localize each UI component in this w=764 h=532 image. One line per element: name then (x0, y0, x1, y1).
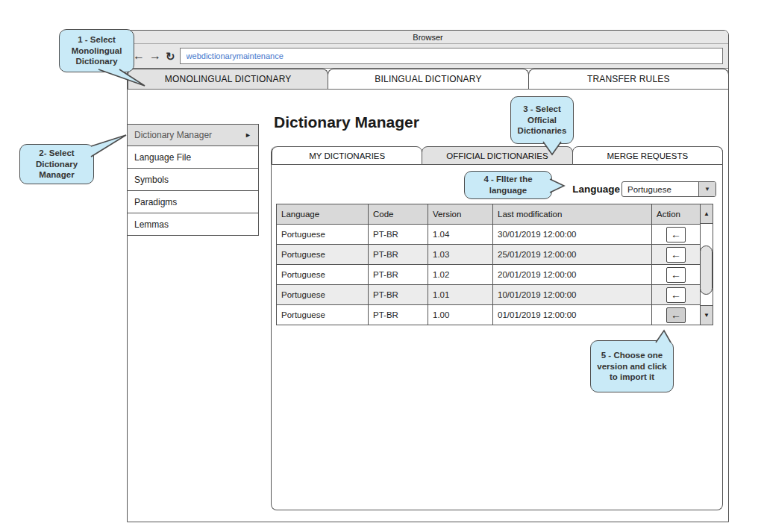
cell-last-modification: 10/01/2019 12:00:00 (493, 285, 652, 305)
sidebar-item-language-file[interactable]: Language File (127, 146, 259, 169)
cell-action: ← (652, 265, 701, 285)
cell-language: Portuguese (277, 245, 369, 265)
cell-version: 1.04 (428, 225, 493, 245)
sidebar-item-paradigms[interactable]: Paradigms (127, 191, 259, 213)
table-row: Portuguese PT-BR 1.04 30/01/2019 12:00:0… (277, 225, 701, 245)
callout-4-filter-language: 4 - FIlter the language (464, 171, 552, 199)
cell-code: PT-BR (369, 285, 428, 305)
table-row: Portuguese PT-BR 1.00 01/01/2019 12:00:0… (277, 305, 701, 325)
scrollbar-thumb[interactable] (700, 245, 713, 295)
cell-code: PT-BR (369, 265, 428, 285)
callout-5-choose-version-import: 5 - Choose one version and click to impo… (590, 340, 674, 392)
chevron-down-icon[interactable]: ▼ (698, 182, 716, 196)
cell-code: PT-BR (369, 305, 428, 325)
tab-my-dictionaries[interactable]: MY DICTIONARIES (272, 146, 422, 165)
import-version-button[interactable]: ← (666, 307, 686, 323)
sidebar-item-lemmas[interactable]: Lemmas (127, 213, 259, 236)
callout-tail (654, 328, 673, 345)
callout-3-select-official-dictionaries: 3 - Select Official Dictionaries (510, 96, 574, 144)
browser-title-bar: Browser (128, 31, 728, 44)
language-select[interactable]: Portuguese ▼ (621, 181, 716, 197)
cell-action: ← (652, 245, 701, 265)
cell-code: PT-BR (369, 245, 428, 265)
cell-last-modification: 01/01/2019 12:00:00 (493, 305, 652, 325)
cell-action: ← (652, 305, 701, 325)
cell-version: 1.03 (428, 245, 493, 265)
page-title: Dictionary Manager (274, 113, 419, 131)
main-tab-bar: MONOLINGUAL DICTIONARY BILINGUAL DICTION… (128, 69, 728, 90)
screenshot-canvas: Browser ← → ↻ MONOLINGUAL DICTIONARY BIL… (0, 0, 764, 532)
browser-toolbar: ← → ↻ (128, 44, 728, 69)
callout-tail (94, 67, 148, 88)
sidebar-item-label: Lemmas (134, 219, 169, 230)
import-version-button[interactable]: ← (666, 227, 686, 242)
col-header-last-modification: Last modification (493, 204, 652, 225)
cell-language: Portuguese (277, 225, 369, 245)
cell-code: PT-BR (369, 225, 428, 245)
sidebar-item-label: Symbols (134, 175, 169, 185)
cell-version: 1.02 (428, 265, 493, 285)
refresh-icon[interactable]: ↻ (166, 51, 175, 62)
cell-action: ← (652, 225, 701, 245)
page-content: Dictionary Manager ► Language File Symbo… (128, 90, 728, 522)
language-filter: Language Portuguese ▼ (572, 181, 716, 197)
cell-language: Portuguese (277, 265, 369, 285)
tab-merge-requests[interactable]: MERGE REQUESTS (572, 146, 723, 165)
callout-2-select-dictionary-manager: 2- Select Dictionary Manager (19, 144, 94, 184)
sidebar-item-dictionary-manager[interactable]: Dictionary Manager ► (127, 124, 259, 146)
scroll-up-icon[interactable]: ▲ (701, 204, 713, 224)
col-header-action: Action (652, 204, 701, 225)
cell-action: ← (652, 285, 701, 305)
cell-last-modification: 30/01/2019 12:00:00 (493, 225, 652, 245)
browser-title: Browser (413, 33, 442, 42)
tab-bilingual-dictionary[interactable]: BILINGUAL DICTIONARY (328, 69, 528, 89)
tab-transfer-rules[interactable]: TRANSFER RULES (528, 69, 729, 89)
callout-text: 5 - Choose one version and click to impo… (595, 350, 668, 384)
table-header-row: Language Code Version Last modification … (277, 204, 701, 225)
import-version-button[interactable]: ← (666, 287, 686, 303)
callout-text: 1 - Select Monolingual Dictionary (64, 34, 129, 68)
callout-tail (541, 140, 563, 156)
sidebar-item-label: Language File (134, 152, 191, 163)
table-scrollbar[interactable]: ▲ ▼ (700, 204, 713, 325)
url-bar[interactable] (180, 48, 723, 64)
cell-language: Portuguese (277, 305, 369, 325)
callout-1-select-monolingual: 1 - Select Monolingual Dictionary (59, 29, 134, 72)
callout-tail (89, 133, 128, 160)
sidebar-item-label: Paradigms (134, 197, 177, 207)
callout-text: 2- Select Dictionary Manager (25, 148, 89, 181)
language-select-value: Portuguese (622, 182, 698, 196)
sidebar-item-label: Dictionary Manager (134, 130, 212, 140)
cell-version: 1.00 (428, 305, 493, 325)
forward-icon[interactable]: → (149, 50, 161, 62)
callout-text: 3 - Select Official Dictionaries (516, 104, 569, 137)
callout-tail (548, 177, 566, 195)
cell-version: 1.01 (428, 285, 493, 305)
import-version-button[interactable]: ← (666, 247, 686, 263)
cell-last-modification: 20/01/2019 12:00:00 (493, 265, 652, 285)
cell-language: Portuguese (277, 285, 369, 305)
callout-text: 4 - FIlter the language (469, 174, 547, 196)
table-row: Portuguese PT-BR 1.02 20/01/2019 12:00:0… (277, 265, 701, 285)
tab-monolingual-dictionary[interactable]: MONOLINGUAL DICTIONARY (128, 69, 328, 89)
language-filter-label: Language (572, 184, 620, 195)
scroll-down-icon[interactable]: ▼ (701, 305, 713, 325)
browser-window: Browser ← → ↻ MONOLINGUAL DICTIONARY BIL… (127, 30, 729, 522)
table-row: Portuguese PT-BR 1.01 10/01/2019 12:00:0… (277, 285, 701, 305)
versions-table: Language Code Version Last modification … (276, 204, 701, 325)
cell-last-modification: 25/01/2019 12:00:00 (493, 245, 652, 265)
col-header-language: Language (277, 204, 369, 225)
submenu-arrow-icon: ► (245, 131, 251, 139)
table-row: Portuguese PT-BR 1.03 25/01/2019 12:00:0… (277, 245, 701, 265)
sub-tab-bar: MY DICTIONARIES OFFICIAL DICTIONARIES ME… (272, 146, 722, 165)
sidebar-item-symbols[interactable]: Symbols (127, 169, 259, 191)
col-header-code: Code (369, 204, 428, 225)
back-icon[interactable]: ← (133, 50, 145, 62)
col-header-version: Version (428, 204, 493, 225)
sidebar-menu: Dictionary Manager ► Language File Symbo… (127, 124, 259, 236)
import-version-button[interactable]: ← (666, 267, 686, 283)
